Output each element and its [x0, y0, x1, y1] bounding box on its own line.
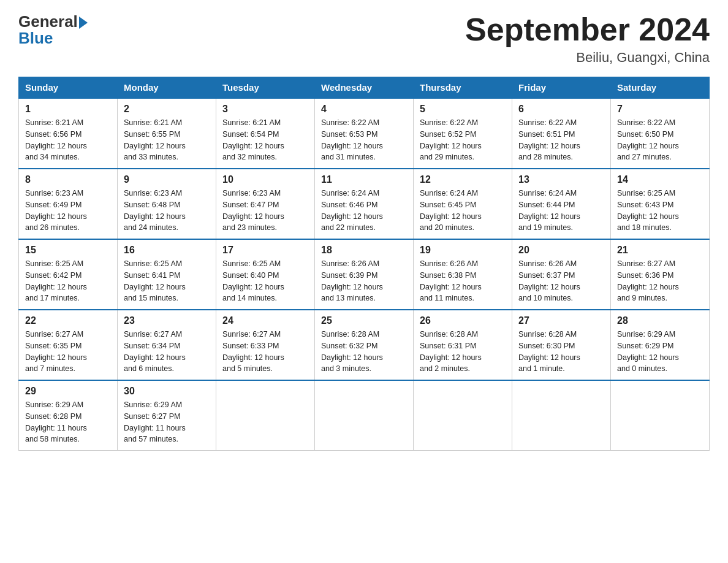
- calendar-week-row: 29Sunrise: 6:29 AMSunset: 6:28 PMDayligh…: [19, 380, 710, 451]
- day-info: Sunrise: 6:21 AMSunset: 6:54 PMDaylight:…: [222, 117, 308, 163]
- day-number: 17: [222, 245, 308, 256]
- calendar-cell: [414, 380, 512, 451]
- day-info: Sunrise: 6:23 AMSunset: 6:49 PMDaylight:…: [25, 188, 111, 234]
- weekday-header-monday: Monday: [118, 77, 216, 99]
- calendar-cell: 11Sunrise: 6:24 AMSunset: 6:46 PMDayligh…: [315, 169, 414, 239]
- calendar-cell: 7Sunrise: 6:22 AMSunset: 6:50 PMDaylight…: [611, 98, 710, 169]
- day-number: 14: [617, 174, 703, 185]
- logo: General Blue: [18, 12, 88, 48]
- calendar-cell: 1Sunrise: 6:21 AMSunset: 6:56 PMDaylight…: [19, 98, 118, 169]
- day-number: 3: [222, 104, 308, 115]
- day-number: 29: [25, 386, 111, 397]
- day-info: Sunrise: 6:28 AMSunset: 6:31 PMDaylight:…: [420, 329, 506, 375]
- calendar-cell: 12Sunrise: 6:24 AMSunset: 6:45 PMDayligh…: [414, 169, 512, 239]
- calendar-cell: 25Sunrise: 6:28 AMSunset: 6:32 PMDayligh…: [315, 310, 414, 380]
- day-info: Sunrise: 6:25 AMSunset: 6:43 PMDaylight:…: [617, 188, 703, 234]
- day-info: Sunrise: 6:22 AMSunset: 6:51 PMDaylight:…: [518, 117, 604, 163]
- day-number: 23: [124, 315, 210, 326]
- day-number: 18: [321, 245, 407, 256]
- day-number: 2: [124, 104, 210, 115]
- weekday-header-wednesday: Wednesday: [315, 77, 414, 99]
- day-number: 12: [420, 174, 506, 185]
- day-number: 8: [25, 174, 111, 185]
- calendar-cell: 15Sunrise: 6:25 AMSunset: 6:42 PMDayligh…: [19, 239, 118, 310]
- calendar-cell: 16Sunrise: 6:25 AMSunset: 6:41 PMDayligh…: [118, 239, 216, 310]
- day-info: Sunrise: 6:21 AMSunset: 6:55 PMDaylight:…: [124, 117, 210, 163]
- calendar-cell: 8Sunrise: 6:23 AMSunset: 6:49 PMDaylight…: [19, 169, 118, 239]
- day-number: 9: [124, 174, 210, 185]
- day-info: Sunrise: 6:22 AMSunset: 6:52 PMDaylight:…: [420, 117, 506, 163]
- calendar-header-row: SundayMondayTuesdayWednesdayThursdayFrid…: [19, 77, 710, 99]
- calendar-cell: [611, 380, 710, 451]
- calendar-cell: 27Sunrise: 6:28 AMSunset: 6:30 PMDayligh…: [512, 310, 611, 380]
- day-info: Sunrise: 6:26 AMSunset: 6:37 PMDaylight:…: [518, 258, 604, 304]
- day-info: Sunrise: 6:25 AMSunset: 6:41 PMDaylight:…: [124, 258, 210, 304]
- day-info: Sunrise: 6:29 AMSunset: 6:29 PMDaylight:…: [617, 329, 703, 375]
- calendar-week-row: 1Sunrise: 6:21 AMSunset: 6:56 PMDaylight…: [19, 98, 710, 169]
- calendar-cell: [216, 380, 315, 451]
- calendar-week-row: 8Sunrise: 6:23 AMSunset: 6:49 PMDaylight…: [19, 169, 710, 239]
- calendar-cell: 14Sunrise: 6:25 AMSunset: 6:43 PMDayligh…: [611, 169, 710, 239]
- calendar-cell: 29Sunrise: 6:29 AMSunset: 6:28 PMDayligh…: [19, 380, 118, 451]
- day-info: Sunrise: 6:27 AMSunset: 6:33 PMDaylight:…: [222, 329, 308, 375]
- calendar-cell: 18Sunrise: 6:26 AMSunset: 6:39 PMDayligh…: [315, 239, 414, 310]
- weekday-header-sunday: Sunday: [19, 77, 118, 99]
- day-number: 19: [420, 245, 506, 256]
- calendar-cell: 13Sunrise: 6:24 AMSunset: 6:44 PMDayligh…: [512, 169, 611, 239]
- day-number: 27: [518, 315, 604, 326]
- calendar-cell: 21Sunrise: 6:27 AMSunset: 6:36 PMDayligh…: [611, 239, 710, 310]
- day-info: Sunrise: 6:23 AMSunset: 6:48 PMDaylight:…: [124, 188, 210, 234]
- calendar-cell: 2Sunrise: 6:21 AMSunset: 6:55 PMDaylight…: [118, 98, 216, 169]
- day-info: Sunrise: 6:24 AMSunset: 6:46 PMDaylight:…: [321, 188, 407, 234]
- day-info: Sunrise: 6:27 AMSunset: 6:36 PMDaylight:…: [617, 258, 703, 304]
- title-block: September 2024 Beiliu, Guangxi, China: [465, 12, 710, 66]
- calendar-cell: 19Sunrise: 6:26 AMSunset: 6:38 PMDayligh…: [414, 239, 512, 310]
- day-number: 22: [25, 315, 111, 326]
- day-number: 21: [617, 245, 703, 256]
- calendar-week-row: 22Sunrise: 6:27 AMSunset: 6:35 PMDayligh…: [19, 310, 710, 380]
- calendar-cell: 30Sunrise: 6:29 AMSunset: 6:27 PMDayligh…: [118, 380, 216, 451]
- day-number: 26: [420, 315, 506, 326]
- calendar-table: SundayMondayTuesdayWednesdayThursdayFrid…: [18, 77, 710, 451]
- weekday-header-thursday: Thursday: [414, 77, 512, 99]
- day-info: Sunrise: 6:28 AMSunset: 6:32 PMDaylight:…: [321, 329, 407, 375]
- calendar-cell: 22Sunrise: 6:27 AMSunset: 6:35 PMDayligh…: [19, 310, 118, 380]
- day-number: 20: [518, 245, 604, 256]
- day-number: 1: [25, 104, 111, 115]
- day-info: Sunrise: 6:29 AMSunset: 6:27 PMDaylight:…: [124, 399, 210, 445]
- calendar-cell: 26Sunrise: 6:28 AMSunset: 6:31 PMDayligh…: [414, 310, 512, 380]
- day-number: 10: [222, 174, 308, 185]
- calendar-cell: 4Sunrise: 6:22 AMSunset: 6:53 PMDaylight…: [315, 98, 414, 169]
- day-info: Sunrise: 6:24 AMSunset: 6:44 PMDaylight:…: [518, 188, 604, 234]
- calendar-cell: 9Sunrise: 6:23 AMSunset: 6:48 PMDaylight…: [118, 169, 216, 239]
- day-number: 16: [124, 245, 210, 256]
- day-info: Sunrise: 6:25 AMSunset: 6:42 PMDaylight:…: [25, 258, 111, 304]
- day-number: 30: [124, 386, 210, 397]
- calendar-cell: 6Sunrise: 6:22 AMSunset: 6:51 PMDaylight…: [512, 98, 611, 169]
- calendar-cell: [512, 380, 611, 451]
- day-number: 5: [420, 104, 506, 115]
- page-header: General Blue September 2024 Beiliu, Guan…: [18, 12, 710, 66]
- weekday-header-friday: Friday: [512, 77, 611, 99]
- day-number: 4: [321, 104, 407, 115]
- day-info: Sunrise: 6:29 AMSunset: 6:28 PMDaylight:…: [25, 399, 111, 445]
- day-number: 24: [222, 315, 308, 326]
- logo-triangle-icon: [79, 17, 88, 29]
- day-info: Sunrise: 6:27 AMSunset: 6:34 PMDaylight:…: [124, 329, 210, 375]
- day-info: Sunrise: 6:21 AMSunset: 6:56 PMDaylight:…: [25, 117, 111, 163]
- day-number: 15: [25, 245, 111, 256]
- calendar-cell: 23Sunrise: 6:27 AMSunset: 6:34 PMDayligh…: [118, 310, 216, 380]
- day-info: Sunrise: 6:26 AMSunset: 6:38 PMDaylight:…: [420, 258, 506, 304]
- day-number: 28: [617, 315, 703, 326]
- day-info: Sunrise: 6:22 AMSunset: 6:50 PMDaylight:…: [617, 117, 703, 163]
- day-number: 13: [518, 174, 604, 185]
- day-number: 7: [617, 104, 703, 115]
- day-info: Sunrise: 6:22 AMSunset: 6:53 PMDaylight:…: [321, 117, 407, 163]
- day-info: Sunrise: 6:23 AMSunset: 6:47 PMDaylight:…: [222, 188, 308, 234]
- day-number: 6: [518, 104, 604, 115]
- day-info: Sunrise: 6:28 AMSunset: 6:30 PMDaylight:…: [518, 329, 604, 375]
- calendar-cell: 20Sunrise: 6:26 AMSunset: 6:37 PMDayligh…: [512, 239, 611, 310]
- month-year-title: September 2024: [465, 12, 710, 47]
- location-subtitle: Beiliu, Guangxi, China: [465, 50, 710, 66]
- calendar-cell: 5Sunrise: 6:22 AMSunset: 6:52 PMDaylight…: [414, 98, 512, 169]
